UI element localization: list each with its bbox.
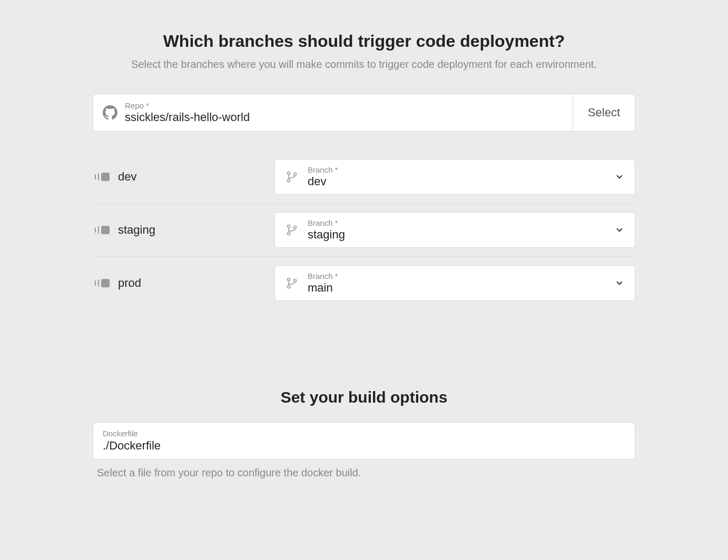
branch-field-value: dev: [308, 175, 605, 188]
svg-point-7: [288, 286, 290, 288]
env-label-section: dev: [93, 170, 274, 184]
dockerfile-field-value: ./Dockerfile: [103, 439, 625, 453]
build-section-title: Set your build options: [93, 388, 635, 406]
branch-select-dev[interactable]: Branch * dev: [274, 159, 635, 195]
svg-point-8: [294, 279, 297, 282]
svg-point-2: [294, 173, 297, 176]
repo-field-value: ssickles/rails-hello-world: [125, 111, 250, 124]
env-row-staging: staging Branch * staging: [93, 203, 635, 256]
env-label-section: staging: [93, 223, 274, 237]
branch-field-label: Branch *: [308, 165, 605, 174]
branch-select-prod[interactable]: Branch * main: [274, 265, 635, 301]
env-row-dev: dev Branch * dev: [93, 151, 635, 203]
environment-icon: [95, 279, 110, 287]
repo-field: Repo * ssickles/rails-hello-world Select: [93, 94, 635, 132]
svg-point-6: [288, 278, 290, 281]
env-row-prod: prod Branch * main: [93, 256, 635, 309]
github-icon: [103, 105, 117, 120]
branch-icon: [286, 276, 298, 290]
repo-select-button[interactable]: Select: [573, 94, 635, 131]
branch-icon: [286, 170, 298, 184]
repo-input-area[interactable]: Repo * ssickles/rails-hello-world: [93, 94, 573, 131]
svg-point-3: [288, 225, 290, 228]
branch-field-value: main: [308, 281, 605, 295]
section-subtitle: Select the branches where you will make …: [93, 58, 635, 71]
env-name: dev: [118, 170, 136, 184]
branch-field-value: staging: [308, 228, 605, 242]
dockerfile-input[interactable]: Dockerfile ./Dockerfile: [93, 422, 635, 459]
branch-field-label: Branch *: [308, 272, 605, 281]
svg-point-0: [288, 172, 290, 175]
branch-field-label: Branch *: [308, 218, 605, 227]
svg-point-1: [288, 179, 290, 182]
environment-list: dev Branch * dev staging: [93, 151, 635, 309]
chevron-down-icon: [615, 278, 624, 288]
chevron-down-icon: [615, 225, 624, 235]
dockerfile-field-label: Dockerfile: [103, 429, 625, 438]
env-name: staging: [118, 223, 155, 237]
branch-icon: [286, 223, 298, 237]
environment-icon: [95, 226, 110, 234]
svg-point-4: [288, 233, 290, 235]
branch-select-staging[interactable]: Branch * staging: [274, 212, 635, 248]
svg-point-5: [294, 226, 297, 229]
section-title: Which branches should trigger code deplo…: [93, 32, 635, 51]
env-name: prod: [118, 276, 141, 290]
dockerfile-helper-text: Select a file from your repo to configur…: [93, 467, 635, 479]
repo-field-label: Repo *: [125, 101, 250, 110]
environment-icon: [95, 173, 110, 181]
env-label-section: prod: [93, 276, 274, 290]
chevron-down-icon: [615, 172, 624, 182]
